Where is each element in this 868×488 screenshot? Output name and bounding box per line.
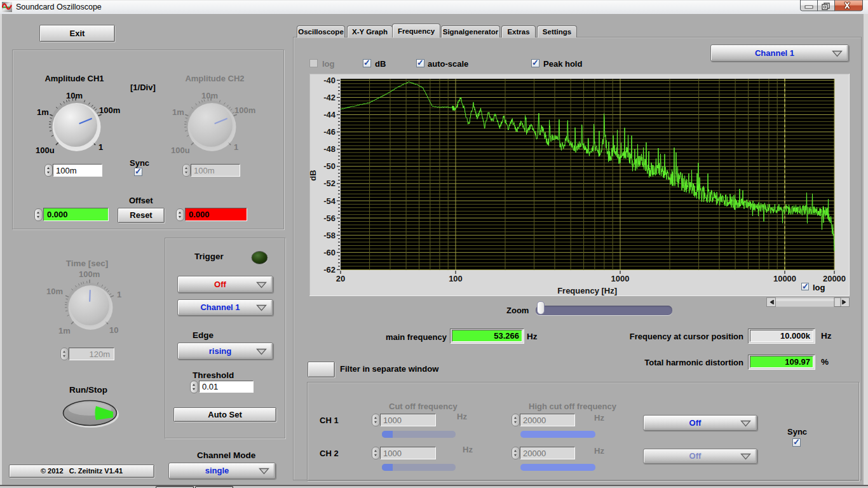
svg-text:1000: 1000 (611, 274, 630, 283)
svg-text:20: 20 (336, 274, 345, 283)
svg-text:-56: -56 (323, 214, 336, 223)
svg-text:10000: 10000 (773, 274, 796, 283)
svg-text:-62: -62 (323, 265, 336, 274)
svg-text:-58: -58 (323, 231, 336, 240)
svg-text:-40: -40 (323, 76, 336, 85)
svg-text:-52: -52 (323, 179, 336, 188)
svg-text:-42: -42 (323, 93, 336, 102)
svg-text:-60: -60 (323, 248, 336, 257)
svg-text:-46: -46 (323, 127, 336, 137)
svg-text:-54: -54 (323, 196, 336, 206)
svg-text:Frequency [Hz]: Frequency [Hz] (557, 286, 617, 295)
svg-text:-48: -48 (323, 144, 336, 154)
svg-text:-44: -44 (323, 110, 336, 119)
svg-text:20000: 20000 (823, 274, 846, 283)
svg-text:100: 100 (449, 274, 463, 283)
svg-text:-50: -50 (323, 161, 336, 171)
svg-text:dB: dB (309, 170, 318, 180)
